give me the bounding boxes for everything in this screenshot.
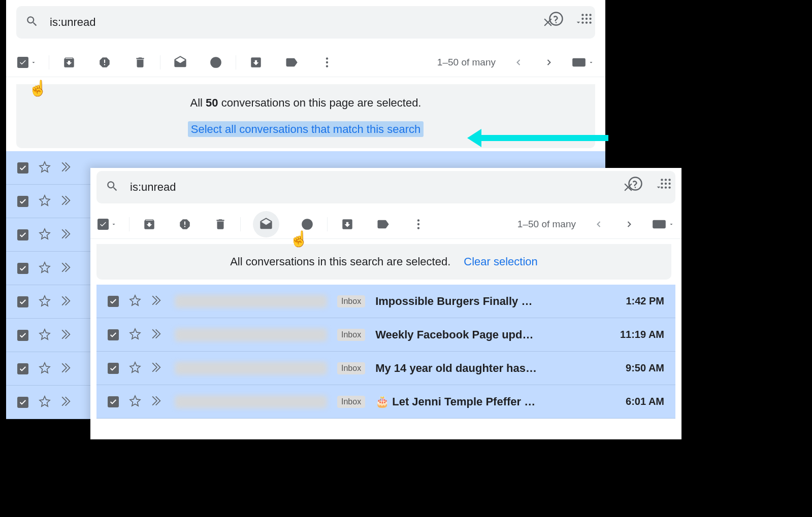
- apps-grid-icon[interactable]: [658, 176, 673, 191]
- star-icon[interactable]: [39, 161, 51, 175]
- star-icon[interactable]: [39, 362, 51, 376]
- star-icon[interactable]: [39, 295, 51, 309]
- row-checkbox[interactable]: [17, 162, 28, 174]
- important-marker-icon[interactable]: [61, 160, 74, 176]
- message-subject: 🎂 Let Jenni Temple Pfeffer …: [375, 395, 615, 408]
- svg-point-9: [586, 21, 588, 23]
- next-page-icon[interactable]: [541, 55, 557, 70]
- message-time: 1:42 PM: [626, 295, 664, 307]
- help-icon[interactable]: [548, 11, 564, 26]
- more-icon[interactable]: [411, 217, 426, 232]
- important-marker-icon[interactable]: [61, 194, 74, 209]
- row-checkbox[interactable]: [108, 363, 119, 374]
- move-to-icon[interactable]: [340, 217, 355, 232]
- important-marker-icon[interactable]: [151, 327, 165, 342]
- next-page-icon[interactable]: [622, 217, 637, 232]
- action-toolbar: 1–50 of many: [6, 48, 605, 77]
- banner-text: All: [190, 96, 206, 109]
- prev-page-icon[interactable]: [511, 55, 526, 70]
- svg-point-23: [661, 186, 663, 188]
- input-tools-icon[interactable]: [652, 217, 674, 232]
- important-marker-icon[interactable]: [151, 394, 165, 409]
- important-marker-icon[interactable]: [61, 328, 74, 343]
- svg-point-2: [581, 14, 583, 16]
- snooze-icon[interactable]: [300, 217, 315, 232]
- row-checkbox[interactable]: [108, 396, 119, 407]
- row-checkbox[interactable]: [108, 329, 119, 340]
- delete-icon[interactable]: [213, 217, 228, 232]
- report-spam-icon[interactable]: [97, 55, 112, 70]
- help-icon[interactable]: [628, 176, 643, 191]
- message-time: 11:19 AM: [620, 329, 664, 340]
- row-checkbox[interactable]: [17, 397, 28, 408]
- sender-blurred: [175, 295, 327, 308]
- report-spam-icon[interactable]: [177, 217, 192, 232]
- move-to-icon[interactable]: [248, 55, 264, 70]
- search-input[interactable]: [130, 181, 621, 194]
- message-row[interactable]: Inbox 🎂 Let Jenni Temple Pfeffer … 6:01 …: [96, 385, 675, 419]
- svg-point-22: [668, 183, 670, 185]
- inbox-label[interactable]: Inbox: [337, 295, 365, 307]
- svg-point-6: [586, 18, 588, 20]
- row-checkbox[interactable]: [17, 263, 28, 274]
- select-all-checkbox[interactable]: [98, 219, 117, 230]
- star-icon[interactable]: [129, 328, 141, 342]
- row-checkbox[interactable]: [17, 196, 28, 207]
- delete-icon[interactable]: [133, 55, 148, 70]
- inbox-label[interactable]: Inbox: [337, 329, 365, 341]
- row-checkbox[interactable]: [17, 363, 28, 374]
- apps-grid-icon[interactable]: [579, 11, 594, 26]
- important-marker-icon[interactable]: [151, 361, 165, 376]
- select-all-search-link[interactable]: Select all conversations that match this…: [188, 121, 424, 137]
- row-checkbox[interactable]: [17, 229, 28, 240]
- star-icon[interactable]: [129, 294, 141, 308]
- mark-read-icon[interactable]: [173, 55, 188, 70]
- search-input[interactable]: [50, 16, 540, 29]
- message-row[interactable]: Inbox My 14 year old daughter has… 9:50 …: [96, 352, 675, 385]
- top-right-controls: [628, 176, 673, 191]
- snooze-icon[interactable]: [208, 55, 223, 70]
- input-tools-icon[interactable]: [572, 55, 594, 70]
- sender-blurred: [175, 328, 327, 341]
- sender-blurred: [175, 395, 327, 408]
- labels-icon[interactable]: [375, 217, 391, 232]
- star-icon[interactable]: [39, 228, 51, 242]
- search-bar[interactable]: [96, 171, 675, 203]
- important-marker-icon[interactable]: [61, 361, 74, 376]
- archive-icon[interactable]: [142, 217, 157, 232]
- svg-point-13: [326, 65, 328, 67]
- prev-page-icon[interactable]: [591, 217, 606, 232]
- select-all-checkbox[interactable]: [17, 57, 37, 68]
- important-marker-icon[interactable]: [61, 395, 74, 410]
- star-icon[interactable]: [129, 361, 141, 375]
- inbox-label[interactable]: Inbox: [337, 396, 365, 408]
- star-icon[interactable]: [129, 395, 141, 409]
- message-row[interactable]: Inbox Impossible Burgers Finally … 1:42 …: [96, 285, 675, 318]
- top-right-controls: [548, 11, 594, 26]
- important-marker-icon[interactable]: [151, 294, 165, 309]
- important-marker-icon[interactable]: [61, 294, 74, 309]
- star-icon[interactable]: [39, 261, 51, 275]
- row-checkbox[interactable]: [108, 296, 119, 307]
- annotation-arrow: [467, 129, 608, 147]
- more-icon[interactable]: [319, 55, 335, 70]
- archive-icon[interactable]: [61, 55, 77, 70]
- message-row[interactable]: Inbox Weekly Facebook Page upd… 11:19 AM: [96, 318, 675, 352]
- mark-read-icon[interactable]: [253, 211, 279, 237]
- message-subject: Impossible Burgers Finally …: [375, 295, 615, 308]
- row-checkbox[interactable]: [17, 296, 28, 307]
- banner-count: 50: [206, 96, 218, 109]
- sender-blurred: [175, 362, 327, 375]
- important-marker-icon[interactable]: [61, 261, 74, 276]
- row-checkbox[interactable]: [17, 330, 28, 341]
- svg-point-18: [665, 179, 667, 181]
- labels-icon[interactable]: [284, 55, 299, 70]
- inbox-label[interactable]: Inbox: [337, 362, 365, 374]
- svg-point-4: [589, 14, 591, 16]
- star-icon[interactable]: [39, 328, 51, 342]
- star-icon[interactable]: [39, 395, 51, 409]
- clear-selection-link[interactable]: Clear selection: [464, 255, 538, 268]
- star-icon[interactable]: [39, 194, 51, 209]
- search-bar[interactable]: [16, 6, 595, 39]
- important-marker-icon[interactable]: [61, 227, 74, 243]
